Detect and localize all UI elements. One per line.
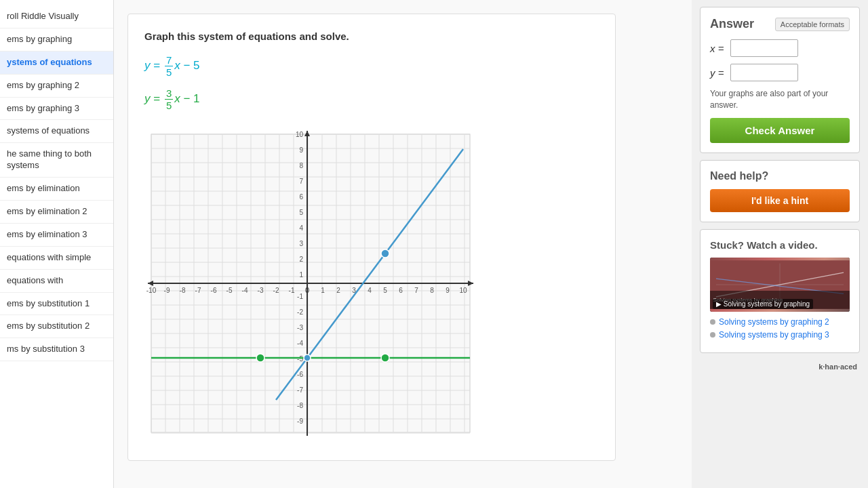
svg-text:-6: -6 bbox=[211, 287, 217, 294]
svg-marker-50 bbox=[304, 131, 310, 136]
svg-text:-5: -5 bbox=[226, 287, 233, 294]
svg-marker-47 bbox=[468, 281, 473, 286]
sidebar: roll Riddle Visually ems by graphing yst… bbox=[0, 0, 114, 488]
khan-logo: k·han·aced bbox=[700, 360, 860, 373]
sidebar-item-13[interactable]: ems by substitution 2 bbox=[0, 315, 113, 338]
svg-text:-3: -3 bbox=[297, 324, 303, 331]
sidebar-item-12[interactable]: ems by substitution 1 bbox=[0, 293, 113, 316]
main-content: Graph this system of equations and solve… bbox=[114, 0, 692, 488]
svg-text:-3: -3 bbox=[258, 287, 264, 294]
x-answer-row: x = bbox=[710, 39, 850, 57]
svg-text:6: 6 bbox=[299, 193, 303, 201]
blue-point-yintercept[interactable] bbox=[304, 354, 311, 361]
video-box-title: Stuck? Watch a video. bbox=[710, 239, 850, 251]
equation-1: y = 7 5 x − 5 bbox=[144, 54, 599, 78]
video-link-2[interactable]: Solving systems by graphing 3 bbox=[710, 330, 850, 340]
svg-text:4: 4 bbox=[299, 224, 303, 232]
svg-text:-9: -9 bbox=[164, 287, 170, 294]
svg-text:-8: -8 bbox=[297, 402, 303, 409]
svg-text:3: 3 bbox=[299, 240, 303, 247]
dot-icon-2 bbox=[710, 332, 715, 338]
svg-text:6: 6 bbox=[399, 287, 403, 294]
video-box: Stuck? Watch a video. Solving systems by… bbox=[700, 229, 860, 353]
blue-point[interactable] bbox=[381, 249, 389, 258]
svg-text:-2: -2 bbox=[297, 308, 303, 316]
sidebar-item-7[interactable]: ems by elimination bbox=[0, 178, 113, 201]
answer-note: Your graphs are also part of your answer… bbox=[710, 88, 850, 111]
svg-text:8: 8 bbox=[430, 287, 434, 294]
green-point-left[interactable] bbox=[256, 354, 264, 362]
problem-title: Graph this system of equations and solve… bbox=[144, 30, 599, 42]
video-label: ▶ Solving systems by graphing bbox=[713, 299, 813, 309]
svg-text:-1: -1 bbox=[289, 287, 295, 294]
svg-text:1: 1 bbox=[321, 287, 325, 294]
video-link-1-text: Solving systems by graphing 2 bbox=[719, 317, 829, 327]
svg-text:8: 8 bbox=[299, 162, 303, 169]
eq1-text: y = 7 5 x − 5 bbox=[144, 59, 200, 72]
sidebar-item-0[interactable]: roll Riddle Visually bbox=[0, 5, 113, 28]
svg-text:5: 5 bbox=[383, 287, 387, 294]
svg-text:5: 5 bbox=[299, 209, 303, 216]
need-help-title: Need help? bbox=[710, 170, 850, 182]
sidebar-item-10[interactable]: equations with simple bbox=[0, 247, 113, 270]
graph-svg: 0 -1 -2 -3 -4 -5 -6 -7 -8 -9 1 2 3 4 5 bbox=[144, 127, 477, 439]
svg-text:1: 1 bbox=[299, 271, 303, 279]
y-label: y = bbox=[710, 67, 730, 79]
x-label: x = bbox=[710, 43, 730, 54]
svg-text:2: 2 bbox=[336, 287, 340, 294]
svg-text:-2: -2 bbox=[273, 287, 279, 294]
svg-text:-7: -7 bbox=[195, 287, 201, 294]
sidebar-item-2[interactable]: ystems of equations bbox=[0, 52, 113, 75]
y-input[interactable] bbox=[730, 64, 798, 81]
equation-2: y = 3 5 x − 1 bbox=[144, 87, 599, 111]
video-link-1[interactable]: Solving systems by graphing 2 bbox=[710, 317, 850, 327]
hint-box: Need help? I'd like a hint bbox=[700, 160, 860, 222]
acceptable-formats-button[interactable]: Acceptable formats bbox=[775, 18, 850, 31]
svg-text:-10: -10 bbox=[146, 287, 157, 294]
sidebar-item-14[interactable]: ms by substitution 3 bbox=[0, 338, 113, 361]
sidebar-item-4[interactable]: ems by graphing 3 bbox=[0, 98, 113, 121]
svg-text:7: 7 bbox=[414, 287, 418, 294]
sidebar-item-11[interactable]: equations with bbox=[0, 270, 113, 293]
sidebar-item-5[interactable]: systems of equations bbox=[0, 120, 113, 143]
svg-text:10: 10 bbox=[296, 131, 304, 138]
svg-text:-8: -8 bbox=[180, 287, 186, 294]
green-point-right[interactable] bbox=[381, 354, 389, 362]
problem-container: Graph this system of equations and solve… bbox=[127, 14, 616, 461]
graph-container[interactable]: 0 -1 -2 -3 -4 -5 -6 -7 -8 -9 1 2 3 4 5 bbox=[144, 127, 477, 439]
video-thumbnail[interactable]: Solving systems by graphing ▶ Solving sy… bbox=[710, 258, 850, 312]
y-answer-row: y = bbox=[710, 64, 850, 81]
svg-text:-9: -9 bbox=[297, 418, 303, 425]
eq2-text: y = 3 5 x − 1 bbox=[144, 92, 200, 105]
svg-text:9: 9 bbox=[299, 146, 303, 154]
hint-button[interactable]: I'd like a hint bbox=[710, 189, 850, 212]
svg-text:-7: -7 bbox=[297, 386, 303, 394]
sidebar-item-1[interactable]: ems by graphing bbox=[0, 28, 113, 52]
svg-text:-4: -4 bbox=[242, 287, 248, 294]
svg-text:2: 2 bbox=[299, 256, 303, 263]
sidebar-item-3[interactable]: ems by graphing 2 bbox=[0, 75, 113, 98]
x-input[interactable] bbox=[730, 39, 798, 57]
svg-text:-6: -6 bbox=[297, 371, 303, 378]
svg-text:-4: -4 bbox=[297, 340, 303, 347]
dot-icon-1 bbox=[710, 319, 715, 325]
check-answer-button[interactable]: Check Answer bbox=[710, 118, 850, 143]
sidebar-item-9[interactable]: ems by elimination 3 bbox=[0, 224, 113, 247]
answer-box: Answer Acceptable formats x = y = Your g… bbox=[700, 7, 860, 153]
right-panel: Answer Acceptable formats x = y = Your g… bbox=[692, 0, 868, 488]
svg-text:0: 0 bbox=[305, 286, 309, 294]
svg-text:7: 7 bbox=[299, 178, 303, 185]
sidebar-item-8[interactable]: ems by elimination 2 bbox=[0, 201, 113, 224]
sidebar-item-6[interactable]: he same thing to both systems bbox=[0, 143, 113, 178]
svg-text:-5: -5 bbox=[297, 355, 303, 363]
svg-text:9: 9 bbox=[446, 287, 450, 294]
answer-title: Answer bbox=[710, 17, 754, 31]
video-link-2-text: Solving systems by graphing 3 bbox=[719, 330, 829, 340]
svg-text:10: 10 bbox=[459, 287, 467, 294]
svg-text:-1: -1 bbox=[297, 293, 303, 300]
svg-text:4: 4 bbox=[368, 287, 372, 294]
svg-marker-48 bbox=[148, 281, 153, 286]
